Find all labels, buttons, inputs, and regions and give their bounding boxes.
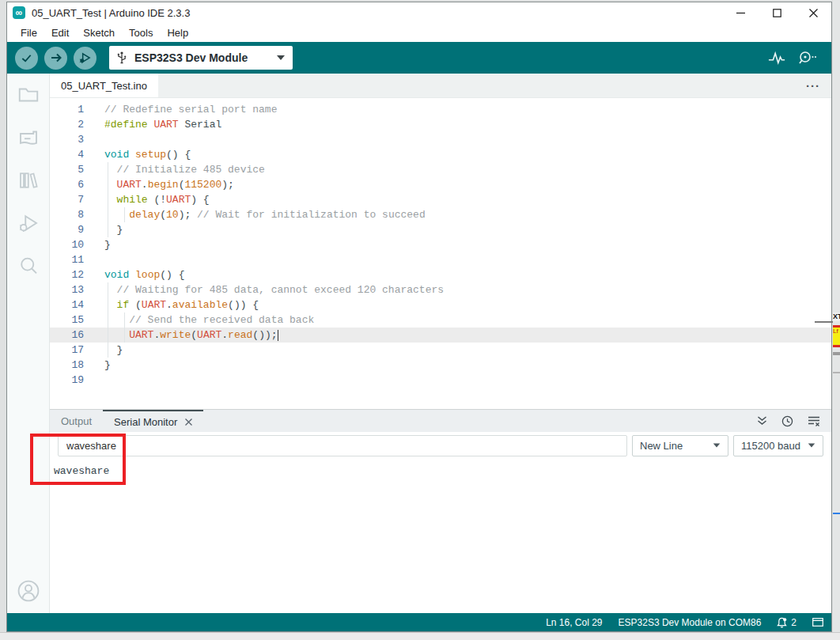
tab-serial-monitor-label: Serial Monitor	[114, 416, 177, 428]
code-text: void loop() {	[104, 267, 184, 282]
code-line[interactable]: 15 // Send the received data back	[50, 312, 831, 328]
close-tab-icon[interactable]	[185, 418, 192, 426]
line-number: 14	[50, 297, 84, 312]
account-icon	[16, 578, 41, 604]
code-text: // Initialize 485 device	[104, 162, 265, 177]
code-line[interactable]: 5 // Initialize 485 device	[50, 162, 831, 177]
title-bar[interactable]: ∞ 05_UART_Test | Arduino IDE 2.3.3	[7, 2, 831, 23]
background-artifact-line	[815, 321, 833, 323]
timestamp-toggle-button[interactable]	[781, 415, 793, 427]
folder-icon	[17, 83, 40, 107]
toolbar-right	[768, 50, 823, 66]
tab-output[interactable]: Output	[50, 410, 103, 432]
close-button[interactable]	[795, 2, 831, 23]
baud-rate-value: 115200 baud	[741, 440, 800, 452]
board-port-status[interactable]: ESP32S3 Dev Module on COM86	[619, 617, 762, 628]
code-line[interactable]: 8 delay(10); // Wait for initialization …	[50, 207, 831, 222]
code-line[interactable]: 4void setup() {	[50, 147, 831, 162]
serial-plotter-button[interactable]	[768, 50, 785, 66]
close-icon	[809, 9, 818, 17]
code-text: // Redefine serial port name	[104, 102, 277, 117]
editor-tab[interactable]: 05_UART_Test.ino	[50, 74, 158, 97]
line-number: 3	[50, 132, 84, 147]
code-text: if (UART.available()) {	[104, 297, 259, 312]
menu-item-sketch[interactable]: Sketch	[76, 25, 122, 40]
sidebar-item-debug[interactable]	[17, 211, 40, 235]
serial-monitor-icon	[798, 50, 817, 66]
window-controls	[722, 2, 831, 23]
code-line[interactable]: 9 }	[50, 222, 831, 237]
board-selector-label: ESP32S3 Dev Module	[134, 51, 248, 64]
taskbar-sliver[interactable]	[0, 632, 840, 640]
account-button[interactable]	[16, 578, 41, 604]
code-line[interactable]: 1// Redefine serial port name	[50, 102, 831, 117]
serial-message-input[interactable]	[58, 435, 627, 456]
layout-icon	[812, 618, 823, 627]
clock-icon	[781, 415, 793, 427]
notifications-button[interactable]: 2	[777, 617, 796, 628]
maximize-icon	[773, 9, 781, 17]
code-line[interactable]: 14 if (UART.available()) {	[50, 297, 831, 312]
minimize-button[interactable]	[722, 2, 759, 23]
double-chevron-down-icon	[757, 416, 767, 426]
menu-item-tools[interactable]: Tools	[122, 25, 160, 40]
books-icon	[17, 169, 40, 192]
code-line[interactable]: 13 // Waiting for 485 data, cannot excee…	[50, 282, 831, 297]
code-line[interactable]: 16 UART.write(UART.read());	[50, 328, 831, 343]
editor-more-actions[interactable]: ···	[806, 74, 831, 97]
background-artifact-blue	[833, 513, 840, 514]
code-line[interactable]: 11	[50, 252, 831, 267]
minimize-icon	[736, 9, 745, 17]
bell-icon	[777, 617, 787, 628]
editor-tab-label: 05_UART_Test.ino	[61, 80, 147, 92]
chevron-down-icon	[713, 443, 721, 447]
code-line[interactable]: 17 }	[50, 343, 831, 358]
serial-input-row: New Line 115200 baud	[50, 432, 831, 459]
menu-item-help[interactable]: Help	[160, 25, 195, 40]
tab-serial-monitor[interactable]: Serial Monitor	[103, 410, 203, 432]
debug-button[interactable]	[74, 47, 96, 70]
verify-button[interactable]	[15, 47, 38, 70]
sidebar-item-boards-manager[interactable]	[17, 126, 40, 150]
code-line[interactable]: 10}	[50, 237, 831, 252]
menu-item-file[interactable]: File	[13, 25, 44, 40]
code-text: }	[104, 222, 123, 237]
code-text: UART.write(UART.read());	[104, 328, 278, 343]
board-selector[interactable]: ESP32S3 Dev Module	[109, 46, 293, 70]
toggle-panel-button[interactable]	[812, 618, 823, 627]
collapse-panel-button[interactable]	[757, 416, 767, 426]
menu-item-edit[interactable]: Edit	[44, 25, 76, 40]
code-text: void setup() {	[104, 147, 191, 162]
line-ending-select[interactable]: New Line	[632, 435, 728, 456]
baud-rate-select[interactable]: 115200 baud	[733, 435, 823, 456]
maximize-button[interactable]	[759, 2, 795, 23]
code-line[interactable]: 12void loop() {	[50, 267, 831, 282]
clear-output-button[interactable]	[808, 416, 820, 426]
code-text: #define UART Serial	[104, 117, 221, 132]
code-line[interactable]: 3	[50, 132, 831, 147]
bottom-panel: Output Serial Monitor	[50, 409, 831, 613]
code-line[interactable]: 6 UART.begin(115200);	[50, 177, 831, 192]
code-line[interactable]: 18}	[50, 358, 831, 373]
main-column: 05_UART_Test.ino ··· 1// Redefine serial…	[50, 74, 831, 613]
panel-header-actions	[757, 410, 831, 432]
code-editor[interactable]: 1// Redefine serial port name2#define UA…	[50, 98, 831, 409]
code-lines: 1// Redefine serial port name2#define UA…	[50, 102, 831, 388]
chevron-down-icon	[277, 55, 285, 60]
search-icon	[17, 254, 40, 278]
sidebar-item-sketchbook[interactable]	[17, 83, 40, 107]
serial-monitor-button[interactable]	[798, 50, 817, 66]
cursor-position[interactable]: Ln 16, Col 29	[546, 617, 602, 628]
sidebar-item-library-manager[interactable]	[17, 169, 40, 192]
background-artifact-xt: XT	[833, 312, 840, 321]
sidebar-item-search[interactable]	[17, 254, 40, 278]
code-text: }	[104, 237, 111, 252]
code-line[interactable]: 7 while (!UART) {	[50, 192, 831, 207]
code-line[interactable]: 19	[50, 373, 831, 388]
debug-sidebar-icon	[17, 211, 40, 235]
upload-button[interactable]	[44, 47, 67, 70]
code-line[interactable]: 2#define UART Serial	[50, 117, 831, 132]
chevron-down-icon	[808, 443, 815, 447]
cursor-position-label: Ln 16, Col 29	[546, 617, 602, 628]
serial-monitor-output[interactable]: waveshare	[50, 459, 831, 613]
